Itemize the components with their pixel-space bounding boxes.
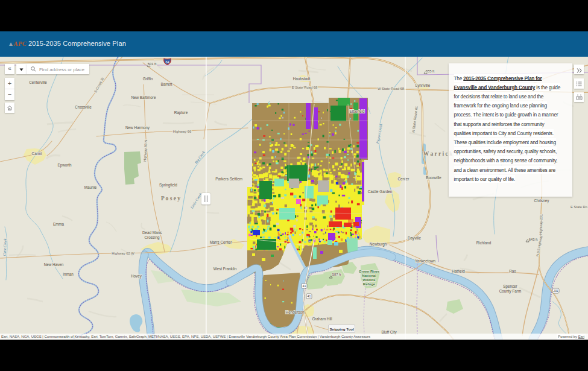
svg-text:Newburgh: Newburgh — [370, 242, 387, 247]
svg-text:County Farm: County Farm — [499, 289, 521, 294]
svg-text:655 ft: 655 ft — [426, 69, 435, 73]
svg-text:National: National — [362, 274, 376, 277]
svg-text:Springfield: Springfield — [159, 183, 177, 188]
svg-text:Highway 62 W: Highway 62 W — [112, 252, 134, 255]
svg-text:Hatfield: Hatfield — [452, 269, 465, 273]
svg-text:Richland: Richland — [476, 241, 492, 245]
svg-text:Dayville: Dayville — [408, 236, 422, 241]
svg-text:Haubstadt: Haubstadt — [293, 77, 311, 81]
svg-text:Castle Garden: Castle Garden — [368, 189, 393, 194]
svg-text:Dead Mans: Dead Mans — [142, 230, 162, 235]
svg-text:West Franklin: West Franklin — [213, 267, 237, 271]
svg-text:E State Road 68: E State Road 68 — [292, 86, 318, 89]
svg-text:Graham Hill: Graham Hill — [312, 317, 332, 321]
svg-text:Elberfeld: Elberfeld — [350, 109, 365, 113]
svg-text:Center: Center — [398, 177, 409, 181]
svg-text:New Harmony: New Harmony — [125, 125, 150, 130]
svg-text:Carmi: Carmi — [32, 151, 42, 156]
svg-text:Wildlife: Wildlife — [362, 278, 376, 282]
svg-text:Hovey: Hovey — [131, 274, 142, 279]
svg-text:587 ft: 587 ft — [332, 273, 341, 276]
svg-text:231: 231 — [553, 290, 558, 293]
svg-text:New Baltimore: New Baltimore — [131, 95, 156, 100]
svg-text:Boonville: Boonville — [426, 176, 441, 180]
svg-text:Griffin: Griffin — [143, 77, 153, 81]
svg-text:Refuge: Refuge — [363, 282, 376, 286]
svg-text:Marrs Center: Marrs Center — [210, 240, 232, 244]
svg-text:Crossing: Crossing — [145, 235, 160, 240]
svg-text:Rapture: Rapture — [174, 110, 188, 115]
svg-text:643 ft: 643 ft — [529, 238, 538, 241]
svg-text:Maunie: Maunie — [84, 185, 97, 189]
svg-text:Spencer: Spencer — [503, 284, 517, 289]
svg-text:New Haven: New Haven — [44, 262, 64, 267]
svg-text:W State Road 68: W State Road 68 — [378, 87, 404, 90]
svg-text:Parkers Settlem: Parkers Settlem — [215, 177, 242, 181]
svg-text:Epworth: Epworth — [57, 163, 72, 168]
svg-text:Green River: Green River — [359, 270, 380, 273]
svg-text:501 ft: 501 ft — [148, 62, 157, 66]
svg-text:E State Ro: E State Ro — [571, 205, 587, 209]
svg-text:Yankeetown: Yankeetown — [415, 259, 436, 263]
svg-text:Lynnville: Lynnville — [416, 83, 431, 88]
svg-text:Centerville: Centerville — [29, 80, 47, 84]
svg-text:Rao: Rao — [509, 269, 516, 273]
svg-text:41: 41 — [303, 284, 306, 288]
svg-text:64: 64 — [166, 60, 169, 64]
svg-text:Inman: Inman — [63, 272, 74, 276]
svg-text:Chrisney: Chrisney — [534, 198, 550, 203]
svg-text:Barrett: Barrett — [161, 82, 172, 86]
svg-text:Crossville: Crossville — [75, 105, 92, 109]
svg-text:Emma: Emma — [53, 222, 65, 226]
svg-text:Highway 66: Highway 66 — [173, 130, 191, 133]
svg-text:41: 41 — [308, 294, 311, 298]
svg-text:Highway-231: Highway-231 — [539, 214, 543, 235]
svg-text:Henderson: Henderson — [286, 310, 305, 314]
svg-text:P o s e y: P o s e y — [161, 195, 180, 201]
